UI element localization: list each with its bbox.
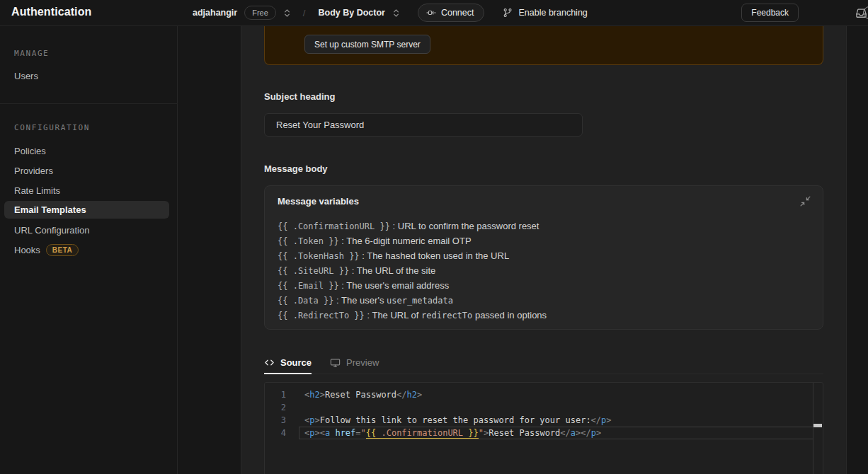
editor-line[interactable]: 2 (265, 401, 813, 414)
org-switcher-button[interactable] (282, 8, 292, 18)
variable-row: {{ .Token }} : The 6-digit numeric email… (278, 233, 810, 248)
enable-branching-label: Enable branching (518, 8, 587, 18)
sidebar-item-label: Hooks (14, 245, 40, 255)
line-number: 1 (265, 388, 299, 401)
sidebar-divider (0, 103, 178, 104)
message-variables-panel: Message variables {{ .ConfirmationURL }}… (264, 185, 823, 330)
sidebar-item-email-templates[interactable]: Email Templates (4, 201, 169, 219)
variable-row: {{ .Data }} : The user's user_metadata (278, 292, 810, 307)
app-window: Authentication adjahangir Free / Body By… (0, 0, 868, 474)
sidebar-item-rate-limits[interactable]: Rate Limits (14, 185, 60, 196)
project-switcher-button[interactable] (392, 8, 401, 18)
sidebar-item-label: Email Templates (14, 204, 86, 215)
editor-line[interactable]: 1<h2>Reset Password</h2> (265, 388, 813, 401)
source-code-editor[interactable]: 1<h2>Reset Password</h2>23<p>Follow this… (264, 382, 823, 474)
line-number: 3 (265, 414, 299, 427)
top-bar: Authentication adjahangir Free / Body By… (0, 0, 868, 26)
git-branch-icon (503, 8, 513, 18)
editor-lines: 1<h2>Reset Password</h2>23<p>Follow this… (265, 388, 813, 439)
plug-icon (426, 8, 436, 18)
chevrons-up-down-icon (282, 8, 292, 18)
smtp-warning-banner: Set up custom SMTP server (264, 26, 823, 65)
line-number: 2 (265, 401, 299, 414)
breadcrumb-separator: / (303, 8, 306, 18)
editor-line[interactable]: 4<p><a href="{{ .ConfirmationURL }}">Res… (265, 427, 813, 439)
setup-smtp-button[interactable]: Set up custom SMTP server (304, 35, 430, 54)
message-variables-title: Message variables (278, 196, 359, 207)
breadcrumb-project[interactable]: Body By Doctor (318, 8, 384, 18)
editor-scrollbar[interactable] (813, 383, 823, 474)
variables-list: {{ .ConfirmationURL }} : URL to confirm … (278, 218, 810, 322)
editor-line[interactable]: 3<p>Follow this link to reset the passwo… (265, 414, 813, 427)
tab-source-label: Source (280, 357, 312, 368)
monitor-icon (330, 357, 341, 368)
tab-preview[interactable]: Preview (330, 351, 379, 374)
connect-button-label: Connect (441, 8, 474, 18)
editor-scrollbar-thumb[interactable] (813, 424, 822, 427)
editor-tabs: Source Preview (264, 351, 823, 374)
sidebar-item-policies[interactable]: Policies (14, 146, 46, 156)
beta-badge: BETA (46, 244, 79, 256)
tab-source[interactable]: Source (264, 351, 312, 374)
line-number: 4 (265, 427, 299, 439)
enable-branching-button[interactable]: Enable branching (503, 8, 587, 18)
plan-badge: Free (244, 6, 276, 20)
variable-row: {{ .RedirectTo }} : The URL of redirectT… (278, 307, 810, 322)
sidebar-item-hooks[interactable]: HooksBETA (14, 245, 79, 257)
sidebar-item-url-configuration[interactable]: URL Configuration (14, 225, 89, 236)
main-content: Set up custom SMTP server Subject headin… (241, 26, 847, 474)
sidebar-item-users[interactable]: Users (14, 71, 38, 81)
code-icon (264, 357, 275, 368)
sidebar-section-manage: MANAGE (14, 49, 49, 58)
sidebar-item-providers[interactable]: Providers (14, 166, 53, 176)
subject-heading-label: Subject heading (264, 91, 335, 102)
feedback-button[interactable]: Feedback (741, 4, 799, 22)
connect-button[interactable]: Connect (418, 4, 485, 22)
top-bar-actions: Feedback (741, 0, 868, 25)
page-title: Authentication (11, 6, 91, 18)
sidebar: MANAGE Users CONFIGURATION Policies Prov… (0, 26, 178, 474)
message-body-label: Message body (264, 163, 328, 174)
breadcrumb: adjahangir Free / Body By Doctor Connect (193, 0, 588, 25)
chevrons-up-down-icon (392, 8, 401, 18)
variable-row: {{ .TokenHash }} : The hashed token used… (278, 248, 810, 262)
breadcrumb-org[interactable]: adjahangir (193, 8, 237, 18)
tab-preview-label: Preview (346, 357, 379, 368)
variable-row: {{ .Email }} : The user's email address (278, 277, 810, 292)
subject-heading-input[interactable] (264, 113, 583, 137)
sidebar-section-configuration: CONFIGURATION (14, 123, 90, 132)
collapse-panel-button[interactable] (799, 195, 811, 207)
variable-row: {{ .SiteURL }} : The URL of the site (278, 262, 810, 277)
collapse-icon (799, 195, 811, 207)
variable-row: {{ .ConfirmationURL }} : URL to confirm … (278, 218, 810, 233)
